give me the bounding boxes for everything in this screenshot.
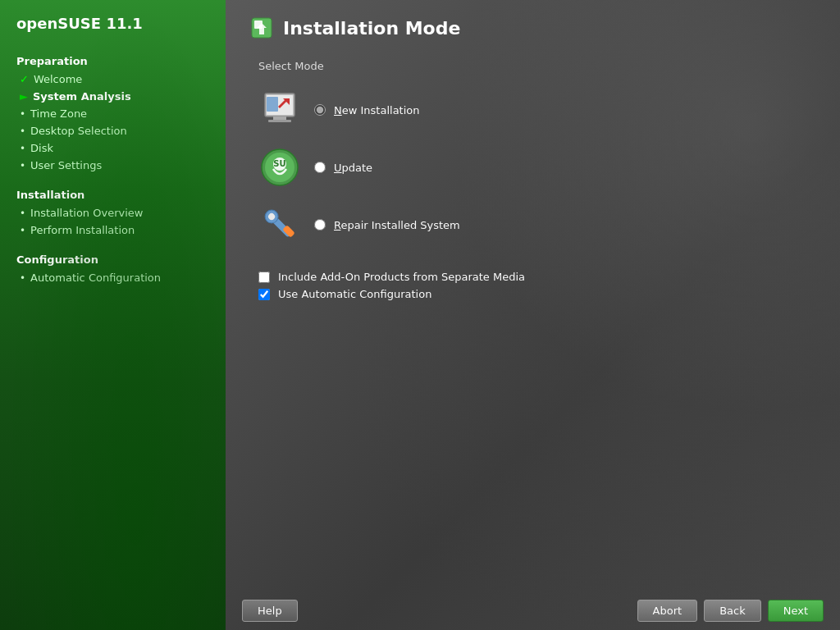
sidebar-section-preparation: Preparation	[0, 48, 226, 71]
abort-button[interactable]: Abort	[637, 600, 698, 622]
auto-config-checkbox-label[interactable]: Use Automatic Configuration	[258, 288, 807, 300]
sidebar-item-user-settings-label: User Settings	[30, 159, 102, 171]
sidebar: openSUSE 11.1 Preparation ✓ Welcome ► Sy…	[0, 0, 226, 630]
installation-mode-icon	[250, 16, 273, 39]
content-area: Select Mode New Installation	[226, 52, 840, 591]
new-installation-radio-label[interactable]: New Installation	[314, 104, 420, 116]
sidebar-section-configuration: Configuration	[0, 247, 226, 269]
update-radio[interactable]	[314, 162, 326, 173]
auto-config-checkbox-text: Use Automatic Configuration	[278, 288, 431, 300]
svg-rect-5	[273, 116, 286, 120]
app-title: openSUSE 11.1	[0, 0, 226, 48]
sidebar-item-time-zone-label: Time Zone	[30, 107, 87, 120]
sidebar-item-automatic-configuration-label: Automatic Configuration	[30, 272, 161, 284]
main-content: Installation Mode Select Mode	[226, 0, 840, 630]
sidebar-item-time-zone[interactable]: • Time Zone	[0, 105, 226, 122]
page-header: Installation Mode	[226, 0, 840, 52]
bullet-icon: •	[20, 225, 25, 236]
bullet-icon: •	[20, 126, 25, 137]
update-radio-label[interactable]: Update	[314, 162, 372, 174]
sidebar-item-installation-overview[interactable]: • Installation Overview	[0, 204, 226, 221]
mode-option-update: SU Update	[258, 146, 807, 189]
repair-radio[interactable]	[314, 219, 326, 231]
svg-rect-8	[267, 97, 278, 112]
sidebar-item-disk-label: Disk	[30, 142, 53, 154]
sidebar-item-welcome[interactable]: ✓ Welcome	[0, 71, 226, 88]
sidebar-item-perform-installation[interactable]: • Perform Installation	[0, 221, 226, 239]
sidebar-item-system-analysis[interactable]: ► System Analysis	[0, 88, 226, 105]
help-button[interactable]: Help	[242, 600, 298, 622]
svg-text:SU: SU	[273, 159, 285, 168]
sidebar-item-system-analysis-label: System Analysis	[33, 90, 131, 103]
mode-option-new-install: New Installation	[258, 89, 807, 131]
auto-config-checkbox[interactable]	[258, 289, 270, 300]
update-icon: SU	[258, 146, 301, 189]
sidebar-content: Preparation ✓ Welcome ► System Analysis …	[0, 48, 226, 286]
sidebar-item-disk[interactable]: • Disk	[0, 139, 226, 157]
footer-right-buttons: Abort Back Next	[637, 600, 824, 622]
sidebar-item-automatic-configuration[interactable]: • Automatic Configuration	[0, 269, 226, 286]
sidebar-item-welcome-label: Welcome	[34, 73, 82, 85]
new-install-icon	[258, 89, 301, 131]
new-installation-radio[interactable]	[314, 104, 326, 116]
repair-text: Repair Installed System	[334, 219, 460, 231]
page-title: Installation Mode	[283, 18, 460, 39]
svg-rect-6	[268, 120, 291, 122]
sidebar-item-desktop-selection[interactable]: • Desktop Selection	[0, 122, 226, 139]
sidebar-item-installation-overview-label: Installation Overview	[30, 207, 143, 219]
addon-checkbox-text: Include Add-On Products from Separate Me…	[278, 271, 525, 283]
check-icon: ✓	[20, 73, 29, 85]
bullet-icon: •	[20, 272, 25, 284]
bullet-icon: •	[20, 143, 25, 154]
repair-icon	[258, 203, 301, 246]
footer: Help Abort Back Next	[226, 591, 840, 630]
new-installation-text: New Installation	[334, 104, 420, 116]
update-text: Update	[334, 162, 372, 174]
select-mode-label: Select Mode	[258, 60, 807, 72]
back-button[interactable]: Back	[704, 600, 761, 622]
bullet-icon: •	[20, 160, 25, 171]
next-button[interactable]: Next	[768, 600, 824, 622]
sidebar-item-user-settings[interactable]: • User Settings	[0, 157, 226, 174]
bullet-icon: •	[20, 208, 25, 219]
checkboxes-section: Include Add-On Products from Separate Me…	[258, 271, 807, 300]
arrow-icon: ►	[20, 90, 28, 103]
sidebar-item-desktop-selection-label: Desktop Selection	[30, 125, 127, 137]
mode-option-repair: Repair Installed System	[258, 203, 807, 246]
repair-radio-label[interactable]: Repair Installed System	[314, 219, 460, 231]
bullet-icon: •	[20, 108, 25, 120]
sidebar-section-installation: Installation	[0, 182, 226, 204]
addon-checkbox[interactable]	[258, 272, 270, 283]
addon-checkbox-label[interactable]: Include Add-On Products from Separate Me…	[258, 271, 807, 283]
sidebar-item-perform-installation-label: Perform Installation	[30, 224, 135, 236]
